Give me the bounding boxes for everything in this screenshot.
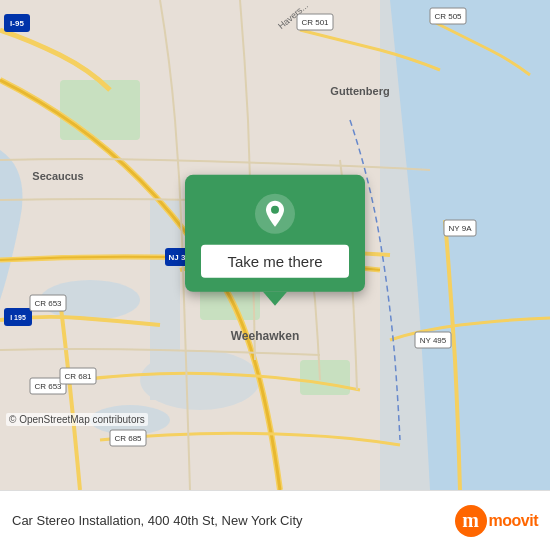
moovit-logo: m moovit [455, 505, 538, 537]
svg-rect-8 [300, 360, 350, 395]
svg-text:I-95: I-95 [10, 19, 24, 28]
svg-text:Secaucus: Secaucus [32, 170, 83, 182]
svg-text:I 195: I 195 [10, 314, 26, 321]
take-me-there-button[interactable]: Take me there [201, 245, 349, 278]
moovit-icon: m [455, 505, 487, 537]
svg-text:NJ 3: NJ 3 [169, 253, 186, 262]
svg-text:CR 501: CR 501 [301, 18, 329, 27]
bottom-bar: Car Stereo Installation, 400 40th St, Ne… [0, 490, 550, 550]
svg-point-36 [271, 206, 279, 214]
moovit-wordmark: moovit [489, 512, 538, 530]
svg-rect-6 [60, 80, 140, 140]
location-label: Car Stereo Installation, 400 40th St, Ne… [12, 513, 455, 528]
svg-text:CR 653: CR 653 [34, 382, 62, 391]
svg-text:CR 685: CR 685 [114, 434, 142, 443]
osm-attribution: © OpenStreetMap contributors [6, 413, 148, 426]
map-container[interactable]: I-95 I 195 NJ 3 CR 501 CR 505 CR 653 CR … [0, 0, 550, 490]
svg-text:CR 505: CR 505 [434, 12, 462, 21]
svg-text:CR 653: CR 653 [34, 299, 62, 308]
location-pin-icon [254, 193, 296, 235]
svg-text:NY 9A: NY 9A [449, 224, 473, 233]
svg-text:Weehawken: Weehawken [231, 329, 299, 343]
svg-text:Guttenberg: Guttenberg [330, 85, 389, 97]
navigation-popup: Take me there [185, 175, 365, 292]
svg-text:CR 681: CR 681 [64, 372, 92, 381]
svg-text:NY 495: NY 495 [420, 336, 447, 345]
